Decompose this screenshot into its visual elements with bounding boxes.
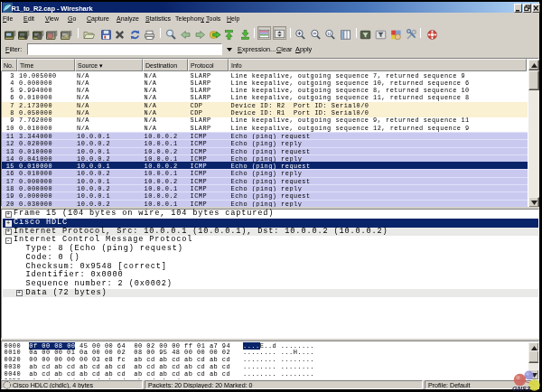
svg-text:11: 11 xyxy=(327,31,332,35)
svg-text:GNS3: GNS3 xyxy=(512,385,531,392)
